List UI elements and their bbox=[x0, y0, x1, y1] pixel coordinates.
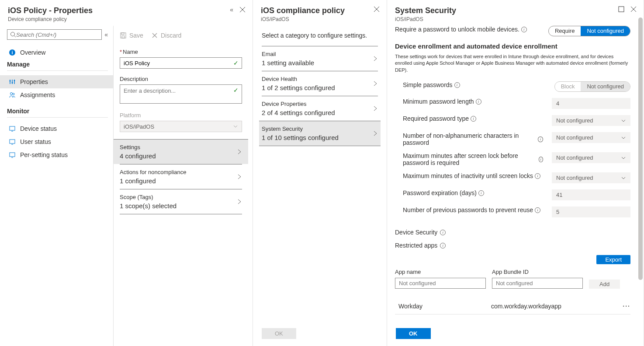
discard-label: Discard bbox=[161, 32, 181, 39]
save-button[interactable]: Save bbox=[120, 32, 143, 39]
toggle-require[interactable]: Require bbox=[549, 26, 581, 36]
search-box[interactable] bbox=[7, 29, 102, 40]
ok-button[interactable]: OK bbox=[262, 328, 296, 339]
svg-rect-8 bbox=[10, 126, 15, 130]
save-icon bbox=[120, 32, 127, 39]
close-icon[interactable] bbox=[239, 7, 246, 13]
actions-row[interactable]: Actions for noncompliance 1 configured bbox=[120, 164, 242, 189]
nav-assignments[interactable]: Assignments bbox=[7, 88, 108, 101]
require-password-label: Require a password to unlock mobile devi… bbox=[395, 26, 540, 33]
nav-overview[interactable]: i Overview bbox=[7, 46, 108, 59]
min-password-length-label: Minimum password lengthi bbox=[395, 98, 543, 105]
nav-section-monitor: Monitor bbox=[7, 108, 108, 115]
info-icon[interactable]: i bbox=[539, 157, 544, 162]
actions-row-title: Actions for noncompliance bbox=[120, 169, 186, 175]
info-icon[interactable]: i bbox=[535, 173, 540, 179]
app-row-name: Workday bbox=[395, 303, 491, 310]
nav-properties[interactable]: Properties bbox=[0, 75, 113, 88]
chevron-right-icon bbox=[237, 149, 242, 155]
chevron-down-icon bbox=[233, 124, 238, 129]
svg-point-4 bbox=[12, 82, 13, 84]
non-alpha-chars-select[interactable]: Not configured bbox=[552, 132, 630, 143]
svg-rect-12 bbox=[121, 33, 124, 35]
nav-per-setting-status[interactable]: Per-setting status bbox=[7, 148, 108, 161]
simple-passwords-label: Simple passwordsi bbox=[395, 81, 546, 88]
search-icon bbox=[10, 31, 16, 38]
app-bundle-input[interactable] bbox=[492, 278, 583, 289]
scrollbar[interactable] bbox=[638, 17, 643, 341]
svg-rect-10 bbox=[10, 153, 15, 157]
max-after-lock-select[interactable]: Not configured bbox=[552, 152, 630, 163]
chevron-right-icon bbox=[373, 56, 378, 62]
nav-user-status[interactable]: User status bbox=[7, 135, 108, 148]
category-device-properties[interactable]: Device Properties 2 of 4 settings config… bbox=[262, 96, 378, 121]
description-input[interactable] bbox=[120, 84, 242, 104]
nav-per-setting-status-label: Per-setting status bbox=[20, 151, 68, 158]
platform-select: iOS/iPadOS bbox=[120, 121, 242, 132]
category-system-security[interactable]: System Security 1 of 10 settings configu… bbox=[259, 121, 381, 146]
chevron-down-icon bbox=[621, 175, 626, 181]
blade-1-subtitle: Device compliance policy bbox=[8, 16, 93, 22]
required-password-type-select[interactable]: Not configured bbox=[552, 115, 630, 126]
scope-row[interactable]: Scope (Tags) 1 scope(s) selected bbox=[120, 189, 242, 214]
category-device-health[interactable]: Device Health 1 of 2 settings configured bbox=[262, 71, 378, 96]
svg-rect-14 bbox=[619, 7, 624, 12]
app-name-input[interactable] bbox=[395, 278, 486, 289]
add-button[interactable]: Add bbox=[589, 280, 620, 289]
app-name-column-label: App name bbox=[395, 269, 486, 275]
password-expiration-value[interactable]: 41 bbox=[552, 189, 630, 200]
settings-row[interactable]: Settings 4 configured bbox=[114, 139, 248, 164]
settings-row-value: 4 configured bbox=[120, 152, 156, 160]
info-icon[interactable]: i bbox=[478, 190, 484, 196]
app-row: Workday com.workday.workdayapp ··· bbox=[395, 298, 630, 315]
blade-3-header: System Security iOS/iPadOS bbox=[387, 0, 644, 26]
blade-system-security: System Security iOS/iPadOS Require a pas… bbox=[387, 0, 644, 346]
chevron-down-icon bbox=[621, 118, 626, 123]
sliders-icon bbox=[9, 78, 16, 85]
toggle-not-configured[interactable]: Not configured bbox=[581, 26, 630, 36]
info-icon[interactable]: i bbox=[440, 230, 446, 235]
category-email[interactable]: Email 1 setting available bbox=[262, 46, 378, 71]
export-button[interactable]: Export bbox=[596, 255, 630, 264]
blade-1-title: iOS Policy - Properties bbox=[8, 6, 93, 15]
info-icon: i bbox=[9, 49, 16, 56]
app-row-bundle: com.workday.workdayapp bbox=[491, 303, 623, 310]
nav-device-status[interactable]: Device status bbox=[7, 122, 108, 135]
min-password-length-value[interactable]: 4 bbox=[552, 98, 630, 109]
toggle-not-configured[interactable]: Not configured bbox=[581, 82, 630, 91]
monitor-icon bbox=[9, 138, 16, 145]
info-icon[interactable]: i bbox=[471, 116, 476, 122]
toggle-block[interactable]: Block bbox=[555, 82, 581, 91]
close-icon[interactable] bbox=[630, 6, 637, 12]
max-inactivity-select[interactable]: Not configured bbox=[552, 172, 630, 183]
simple-passwords-toggle[interactable]: Block Not configured bbox=[554, 81, 630, 92]
more-icon[interactable]: ··· bbox=[623, 303, 630, 310]
monitor-icon bbox=[9, 151, 16, 158]
chevron-down-icon bbox=[621, 155, 626, 161]
max-inactivity-label: Maximum minutes of inactivity until scre… bbox=[395, 172, 543, 179]
previous-passwords-label: Number of previous passwords to prevent … bbox=[395, 206, 543, 213]
description-label: Description bbox=[120, 76, 242, 82]
blade-3-title: System Security bbox=[395, 6, 456, 15]
close-icon[interactable] bbox=[374, 6, 380, 12]
chevron-right-icon bbox=[373, 130, 378, 136]
info-icon[interactable]: i bbox=[440, 243, 446, 248]
sidebar-collapse-icon[interactable]: « bbox=[104, 31, 108, 38]
previous-passwords-value[interactable]: 5 bbox=[552, 206, 630, 217]
blade-2-title: iOS compliance policy bbox=[261, 6, 345, 15]
chevron-right-icon bbox=[373, 105, 378, 112]
require-password-toggle[interactable]: Require Not configured bbox=[548, 26, 630, 36]
info-icon[interactable]: i bbox=[535, 207, 540, 213]
search-input[interactable] bbox=[16, 31, 99, 38]
discard-button[interactable]: Discard bbox=[151, 32, 181, 39]
info-icon[interactable]: i bbox=[454, 82, 460, 88]
info-icon[interactable]: i bbox=[521, 27, 527, 32]
info-icon[interactable]: i bbox=[538, 136, 543, 142]
nav-assignments-label: Assignments bbox=[20, 91, 55, 98]
info-icon[interactable]: i bbox=[476, 99, 481, 105]
maximize-icon[interactable] bbox=[618, 6, 624, 12]
ok-button[interactable]: OK bbox=[396, 328, 431, 339]
scope-row-value: 1 scope(s) selected bbox=[120, 202, 177, 210]
name-input[interactable] bbox=[120, 57, 242, 69]
collapse-double-chevron-icon[interactable]: « bbox=[230, 6, 233, 13]
